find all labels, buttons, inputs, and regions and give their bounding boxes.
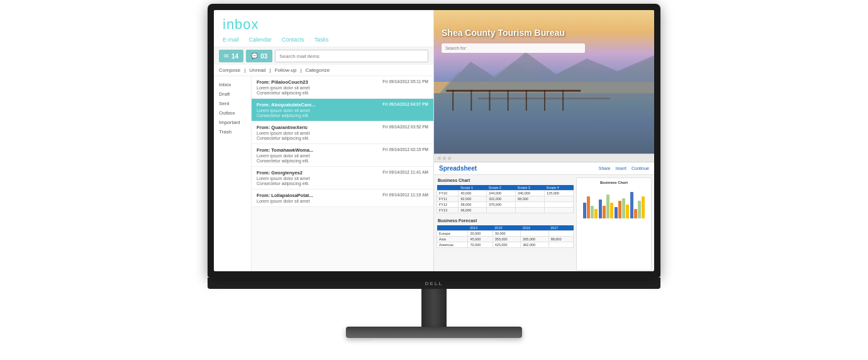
bar-chart (579, 187, 648, 218)
bar-group (599, 194, 613, 218)
table-row: Asia 45,000 355,000 265,000 88,000 (437, 237, 574, 242)
bar (626, 205, 629, 218)
insert-button[interactable]: Insert (615, 166, 626, 171)
bar-group (630, 192, 645, 218)
tourism-title-overlay: Shea County Tourism Bureau (434, 23, 654, 58)
email-item-selected[interactable]: From: AbsquatulateCam... Fri 09/14/2012 … (252, 99, 433, 121)
table-row: Europe 20,000 30,000 (437, 231, 574, 237)
chat-count: 03 (260, 53, 267, 60)
svg-rect-4 (470, 89, 472, 110)
svg-rect-9 (562, 89, 564, 110)
svg-rect-8 (544, 89, 545, 110)
bar (630, 192, 633, 218)
email-item[interactable]: From: TomahawkWoma... Fri 09/14/2012 02:… (252, 144, 433, 167)
bar (642, 196, 645, 218)
dell-logo: DELL (425, 281, 443, 286)
spreadsheet-title: Spreadsheet (439, 165, 477, 172)
monitor: inbox E-mail Calendar Contacts Tasks ✉ 1… (195, 4, 673, 356)
email-nav: E-mail Calendar Contacts Tasks (223, 37, 425, 43)
spreadsheet-header: Spreadsheet Share Insert Continue (434, 162, 654, 175)
folder-trash[interactable]: Trash (214, 127, 251, 137)
monitor-screen: inbox E-mail Calendar Contacts Tasks ✉ 1… (214, 10, 654, 271)
compose-button[interactable]: Compose (219, 67, 240, 73)
monitor-neck (421, 289, 447, 327)
bar (591, 206, 594, 218)
email-sidebar: Inbox Draft Sent Outbox Important Trash (214, 76, 252, 271)
table-row: FY13 66,000 (437, 208, 574, 213)
right-half: http://shea-county.org (434, 10, 654, 271)
business-chart-title: Business Chart (437, 177, 574, 183)
email-item[interactable]: From: QuarantineXeric Fri 09/14/2012 03:… (252, 121, 433, 144)
bar (603, 206, 606, 218)
spreadsheet-browser-bar (434, 154, 654, 162)
bar-group (615, 198, 629, 218)
bar (634, 209, 637, 218)
share-button[interactable]: Share (599, 166, 611, 171)
spreadsheet-section: Spreadsheet Share Insert Continue Busine… (434, 154, 654, 271)
bar (622, 198, 625, 218)
bar (594, 209, 598, 218)
action-bar: Compose | Unread | Follow-up | Categoriz… (214, 65, 433, 76)
bar (618, 201, 621, 218)
tourism-section: http://shea-county.org (434, 10, 654, 154)
tourism-search-input[interactable] (442, 43, 585, 53)
folder-draft[interactable]: Draft (214, 89, 251, 99)
pier-svg (434, 75, 654, 111)
table-row: Americas 70,000 425,000 362,000 (437, 242, 574, 248)
email-item[interactable]: From: LollapalosaPotat... Fri 09/14/2012… (252, 189, 433, 207)
svg-rect-2 (446, 89, 581, 91)
bar-group (583, 196, 598, 218)
folder-sent[interactable]: Sent (214, 99, 251, 108)
svg-rect-3 (452, 89, 453, 110)
table-row: FY12 58,000 375,000 (437, 202, 574, 208)
mail-count: 14 (231, 53, 238, 60)
unread-button[interactable]: Unread (249, 67, 265, 73)
tourism-title: Shea County Tourism Bureau (442, 28, 647, 38)
bar (638, 201, 641, 218)
search-input[interactable] (275, 50, 428, 62)
svg-rect-6 (508, 89, 509, 110)
email-header: inbox E-mail Calendar Contacts Tasks (214, 10, 433, 47)
sheet-left: Business Chart Scope 1 Scope 2 Scope 3 S… (437, 177, 574, 271)
table-row: FY10 40,000 244,000 340,000 125,000 (437, 191, 574, 196)
bar (583, 203, 586, 218)
mail-badge: ✉ 14 (219, 50, 243, 62)
continue-button[interactable]: Continue (632, 166, 649, 171)
bar (610, 203, 613, 218)
nav-calendar[interactable]: Calendar (249, 37, 272, 43)
svg-rect-5 (489, 89, 491, 110)
categorize-button[interactable]: Categorize (305, 67, 330, 73)
ss-browser-minimize[interactable] (443, 157, 446, 160)
mail-icon: ✉ (224, 53, 229, 59)
monitor-chin: DELL (208, 278, 660, 289)
email-title: inbox (223, 16, 425, 33)
email-item[interactable]: From: PillalooCouch23 Fri 09/14/2012 05:… (252, 76, 433, 99)
folder-important[interactable]: Important (214, 118, 251, 127)
email-list: From: PillalooCouch23 Fri 09/14/2012 05:… (252, 76, 433, 271)
folder-outbox[interactable]: Outbox (214, 108, 251, 118)
svg-rect-7 (526, 89, 527, 110)
email-content: Inbox Draft Sent Outbox Important Trash … (214, 76, 433, 271)
followup-button[interactable]: Follow-up (275, 67, 297, 73)
email-item[interactable]: From: Georgienyes2 Fri 09/14/2012 11:41 … (252, 167, 433, 189)
badge-row: ✉ 14 💬 03 (214, 47, 433, 65)
business-chart-table: Scope 1 Scope 2 Scope 3 Scope 4 FY10 (437, 185, 574, 213)
ss-browser-close[interactable] (438, 157, 441, 160)
spreadsheet-content: Business Chart Scope 1 Scope 2 Scope 3 S… (434, 175, 654, 271)
bar-chart-title: Business Chart (600, 181, 628, 184)
email-app: inbox E-mail Calendar Contacts Tasks ✉ 1… (214, 10, 434, 271)
nav-contacts[interactable]: Contacts (282, 37, 304, 43)
nav-email[interactable]: E-mail (223, 37, 239, 43)
chat-icon: 💬 (251, 53, 258, 59)
business-forecast-title: Business Forecast (437, 218, 574, 223)
bar (599, 200, 602, 218)
monitor-body: inbox E-mail Calendar Contacts Tasks ✉ 1… (208, 4, 660, 278)
ss-browser-maximize[interactable] (448, 157, 451, 160)
bar (615, 207, 618, 218)
chat-badge: 💬 03 (246, 50, 272, 62)
nav-tasks[interactable]: Tasks (314, 37, 329, 43)
folder-inbox[interactable]: Inbox (214, 80, 251, 89)
bar-chart-area: Business Chart (576, 177, 652, 271)
spreadsheet-actions: Share Insert Continue (599, 166, 649, 171)
business-forecast-table: 2014 2015 2016 2017 Europe 2 (437, 225, 574, 248)
